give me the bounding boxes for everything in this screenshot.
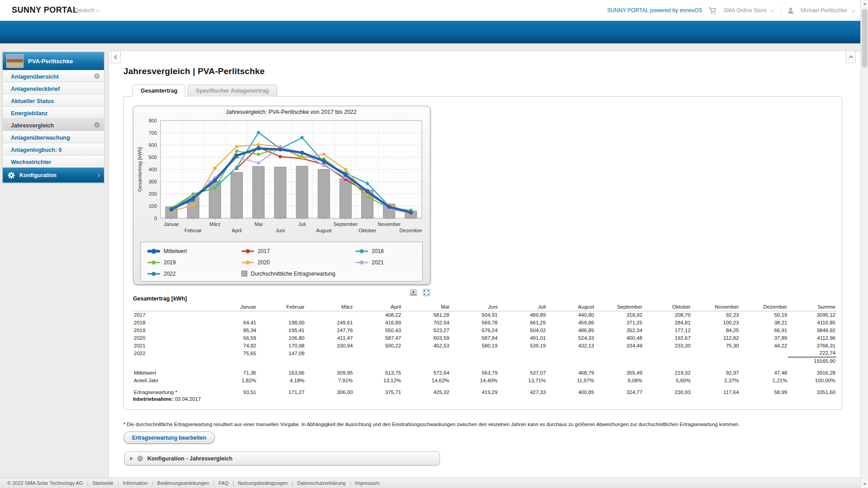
sidebar-item[interactable]: Anlagenüberwachung [3, 131, 104, 143]
table-cell: 400,48 [595, 334, 643, 342]
table-cell [450, 357, 499, 365]
table-cell: 524,33 [547, 334, 595, 342]
edit-expectation-button[interactable]: Ertragserwartung bearbeiten [123, 432, 215, 444]
divider [780, 6, 781, 14]
table-row: 201864,41198,00249,61416,89702,54569,786… [133, 319, 836, 326]
collapse-panel-button[interactable] [846, 51, 856, 63]
sidebar-item-label: Wechselrichter [11, 159, 51, 165]
table-cell: 13,71% [499, 376, 547, 384]
expand-arrow-icon [130, 457, 133, 460]
table-cell: 14,40% [450, 376, 499, 384]
tab-content-panel: 0100200300400500600700800Jahresvergleich… [123, 96, 842, 410]
table-column-header: November [692, 303, 740, 311]
legend-line-swatch [241, 248, 254, 254]
table-row: 19165,90 [133, 357, 836, 365]
cart-icon [708, 7, 717, 14]
table-cell: 284,81 [643, 319, 692, 326]
plant-header[interactable]: PVA-Perlitschke [3, 52, 104, 70]
table-cell: 661,25 [499, 319, 547, 326]
svg-text:Jahresvergleich: PVA-Perlitsch: Jahresvergleich: PVA-Perlitschke von 201… [226, 109, 357, 115]
vertical-scrollbar[interactable] [860, 0, 868, 488]
table-column-header [133, 303, 209, 311]
svg-text:100: 100 [149, 203, 157, 209]
footer-separator: | [349, 480, 351, 486]
table-column-header: Mai [402, 303, 450, 311]
table-cell: 504,02 [499, 326, 547, 334]
table-column-header: Juli [499, 303, 547, 311]
sidebar-item[interactable]: Anlagenübersicht [3, 70, 104, 82]
sidebar-item[interactable]: Jahresvergleich [3, 119, 104, 131]
table-cell: 56,59 [209, 334, 257, 342]
sidebar-item-label: Anlagenübersicht [11, 74, 59, 80]
store-dropdown[interactable]: SMA Online Store [723, 7, 774, 14]
footer-link[interactable]: Startseite [92, 480, 113, 486]
sidebar-item-label: Jahresvergleich [11, 122, 54, 129]
svg-text:400: 400 [149, 167, 157, 172]
sidebar-item-konfiguration[interactable]: Konfiguration [3, 168, 104, 183]
chart-legend: Mittelwert201720182019202020212022Durchs… [141, 242, 423, 282]
table-cell: 537,07 [499, 369, 547, 376]
top-bar: SUNNY PORTAL Deutsch SUNNY PORTAL powere… [0, 0, 868, 21]
table-cell: 425,32 [402, 388, 450, 396]
footer-link[interactable]: Impressum [355, 480, 379, 486]
page-title: Jahresvergleich | PVA-Perlitschke [123, 66, 265, 76]
table-cell: 92,97 [692, 369, 740, 376]
yearly-comparison-chart: 0100200300400500600700800Jahresvergleich… [135, 107, 428, 241]
globe-icon [94, 73, 100, 79]
plant-name: PVA-Perlitschke [28, 58, 73, 65]
chevron-right-icon [96, 173, 100, 177]
powered-by-link[interactable]: SUNNY PORTAL powered by ennexOS [607, 7, 702, 14]
table-cell: 500,22 [354, 342, 402, 349]
table-cell: 208,70 [643, 311, 692, 319]
table-cell: 66,91 [740, 326, 788, 334]
table-row: 201985,34195,41247,76550,43523,27576,245… [133, 326, 836, 334]
legend-entry: 2018 [355, 248, 422, 254]
table-cell [257, 311, 306, 319]
table-cell: 539,19 [499, 342, 547, 349]
table-cell: 4112,96 [788, 334, 836, 342]
table-cell: 85,34 [209, 326, 257, 334]
chevron-down-icon [851, 9, 855, 12]
legend-label: 2019 [164, 259, 176, 266]
table-cell: 4116,85 [788, 319, 836, 326]
legend-line-swatch [147, 259, 160, 265]
footer-separator: | [232, 480, 234, 486]
table-cell: 192,67 [643, 334, 692, 342]
footer-link[interactable]: Information [123, 480, 148, 486]
sidebar-item-label: Anlagenüberwachung [11, 135, 70, 141]
footer-link[interactable]: Bedienungsanleitungen [157, 480, 209, 486]
sunny-portal-logo: SUNNY PORTAL [12, 5, 78, 15]
scroll-up-button[interactable] [861, 0, 868, 8]
table-cell: 233,30 [643, 342, 692, 349]
footer-link[interactable]: Datenschutzerklärung [297, 480, 345, 486]
user-dropdown[interactable]: Michael Perlitschke [801, 7, 854, 14]
table-cell [692, 357, 740, 365]
sidebar-item[interactable]: Anlagenlogbuch: 0 [3, 143, 104, 155]
table-cell [499, 349, 547, 357]
svg-text:August: August [316, 228, 331, 233]
footer-separator: | [118, 480, 119, 486]
sidebar-item[interactable]: Energiebilanz [3, 107, 104, 119]
commissioning-date: Inbetriebnahme: 03.04.2017 [133, 396, 836, 402]
scrollbar-thumb[interactable] [862, 9, 868, 68]
table-cell [499, 357, 547, 365]
footer-link[interactable]: Nutzungsbedingungen [238, 480, 288, 486]
tab-spezifischer-anlagenertrag[interactable]: Spezifischer Anlagenertrag [188, 84, 277, 97]
sidebar-item[interactable]: Aktueller Status [3, 94, 104, 107]
language-dropdown[interactable]: Deutsch [75, 7, 99, 14]
copyright-text: © 2022 SMA Solar Technology AG [7, 480, 83, 486]
table-cell: 1,21% [740, 376, 788, 384]
tab-gesamtertrag[interactable]: Gesamtertrag [132, 84, 185, 97]
footer-link[interactable]: FAQ [218, 480, 228, 486]
scroll-down-button[interactable] [861, 480, 868, 488]
table-cell [643, 349, 692, 357]
table-cell: 432,13 [547, 342, 595, 349]
config-accordion[interactable]: Konfiguration - Jahresvergleich [124, 451, 440, 465]
table-cell: 427,33 [499, 388, 547, 396]
sidebar-item[interactable]: Wechselrichter [3, 155, 104, 168]
legend-label: 2017 [258, 248, 270, 254]
collapse-sidebar-button[interactable] [111, 51, 121, 63]
table-cell: 2,37% [692, 376, 740, 384]
sidebar-item[interactable]: Anlagensteckbrief [3, 82, 104, 94]
row-label: 2018 [133, 319, 209, 326]
